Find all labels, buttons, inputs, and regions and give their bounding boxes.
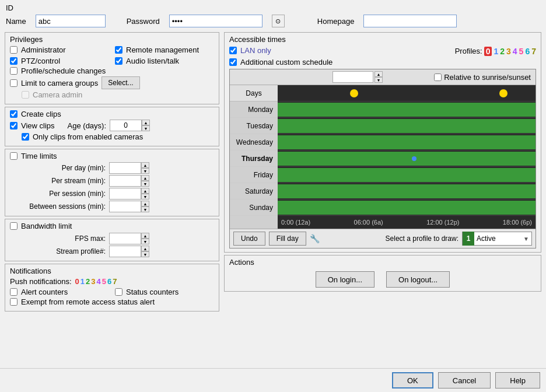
privileges-section: Privileges Administrator Remote manageme…	[5, 32, 219, 104]
exempt-alert-checkbox[interactable]	[10, 298, 18, 306]
fps-up[interactable]: ▲	[141, 233, 149, 239]
wednesday-row[interactable]	[278, 134, 536, 150]
push-num-6[interactable]: 6	[107, 277, 111, 286]
push-num-7[interactable]: 7	[113, 277, 117, 286]
profiles-row: Profiles: 0 1 2 3 4 5 6 7	[455, 47, 536, 56]
age-up-button[interactable]: ▲	[142, 120, 150, 125]
id-title: ID	[6, 4, 540, 12]
profile-7[interactable]: 7	[531, 47, 536, 56]
push-num-1[interactable]: 1	[80, 277, 85, 286]
profile-3[interactable]: 3	[506, 47, 511, 56]
name-input[interactable]	[36, 15, 106, 27]
per-session-up[interactable]: ▲	[141, 188, 149, 194]
remote-mgmt-checkbox[interactable]	[115, 46, 123, 54]
fps-dn[interactable]: ▼	[141, 239, 149, 244]
push-num-3[interactable]: 3	[91, 277, 95, 286]
custom-schedule-label: Additional custom schedule	[240, 58, 332, 66]
monday-row[interactable]	[278, 102, 536, 118]
ok-button[interactable]: OK	[392, 372, 433, 388]
show-password-button[interactable]: ⊙	[272, 15, 285, 27]
sun-icon-1	[350, 89, 358, 97]
profile-0[interactable]: 0	[484, 47, 492, 56]
per-day-dn[interactable]: ▼	[141, 168, 149, 174]
per-session-input[interactable]: 60	[109, 188, 141, 200]
push-num-0[interactable]: 0	[75, 277, 79, 286]
thursday-row[interactable]	[278, 150, 536, 167]
accessible-times-section: Accessible times LAN only Profiles: 0 1 …	[224, 32, 541, 253]
create-clips-checkbox[interactable]	[10, 110, 18, 118]
on-login-button[interactable]: On login...	[316, 271, 374, 288]
friday-row[interactable]	[278, 167, 536, 183]
profile-6[interactable]: 6	[525, 47, 530, 56]
fill-day-button[interactable]: Fill day	[269, 232, 306, 246]
admin-checkbox[interactable]	[10, 46, 18, 54]
camera-admin-checkbox[interactable]	[22, 91, 29, 99]
profile-4[interactable]: 4	[513, 47, 517, 56]
profile-1[interactable]: 1	[494, 47, 498, 56]
main-window: ID Name Password ⊙ Homepage Privileges A…	[0, 0, 546, 392]
undo-button[interactable]: Undo	[233, 232, 265, 246]
accessible-times-title: Accessible times	[229, 35, 536, 44]
sunday-row[interactable]	[278, 200, 536, 216]
audio-checkbox[interactable]	[115, 57, 123, 65]
between-sessions-dn[interactable]: ▼	[141, 206, 149, 212]
alert-counters-checkbox[interactable]	[10, 288, 18, 296]
per-day-up[interactable]: ▲	[141, 162, 149, 168]
lan-only-checkbox[interactable]	[229, 47, 237, 54]
sunrise-label: Relative to sunrise/sunset	[444, 73, 531, 82]
wrench-icon[interactable]: 🔧	[310, 234, 320, 243]
view-clips-checkbox[interactable]	[10, 122, 18, 130]
profiles-label: Profiles:	[455, 47, 482, 55]
password-input[interactable]	[169, 15, 262, 27]
timeline-area[interactable]: 0:00 (12a) 06:00 (6a) 12:00 (12p) 18:00 …	[278, 85, 536, 229]
days-button[interactable]: Days	[230, 85, 278, 102]
on-logout-button[interactable]: On logout...	[386, 271, 450, 288]
help-button[interactable]: Help	[495, 372, 540, 388]
per-stream-dn[interactable]: ▼	[141, 181, 149, 187]
cancel-button[interactable]: Cancel	[438, 372, 491, 388]
time-input[interactable]: 2:02 PM	[332, 71, 373, 83]
push-num-2[interactable]: 2	[86, 277, 90, 286]
limit-camera-groups-checkbox[interactable]	[10, 79, 18, 87]
profile-2[interactable]: 2	[500, 47, 505, 56]
age-input[interactable]: 0	[110, 120, 142, 131]
per-day-input[interactable]: 120	[109, 162, 141, 174]
fps-input[interactable]: 10	[109, 233, 141, 244]
saturday-row[interactable]	[278, 183, 536, 200]
age-down-button[interactable]: ▼	[142, 125, 150, 131]
select-button[interactable]: Select...	[102, 76, 139, 89]
between-sessions-up[interactable]: ▲	[141, 201, 149, 206]
stream-profile-input[interactable]: 0	[109, 246, 141, 257]
bandwidth-label: Bandwidth limit	[21, 222, 72, 230]
time-limits-checkbox[interactable]	[10, 152, 18, 160]
profile-schedule-checkbox[interactable]	[10, 67, 18, 75]
custom-schedule-checkbox[interactable]	[229, 58, 237, 66]
profile-5[interactable]: 5	[519, 47, 524, 56]
monday-bar	[278, 103, 536, 117]
tuesday-row[interactable]	[278, 118, 536, 134]
time-dn[interactable]: ▼	[374, 77, 383, 83]
stream-profile-up[interactable]: ▲	[141, 246, 149, 251]
push-num-4[interactable]: 4	[96, 277, 100, 286]
homepage-input[interactable]	[363, 15, 457, 27]
only-enabled-checkbox[interactable]	[22, 133, 29, 141]
push-notifications-label: Push notifications:	[10, 277, 72, 286]
sunrise-checkbox[interactable]	[434, 74, 442, 81]
push-num-5[interactable]: 5	[102, 277, 106, 286]
between-sessions-input[interactable]: 1	[109, 201, 141, 212]
stream-profile-dn[interactable]: ▼	[141, 251, 149, 257]
between-sessions-label: Between sessions (min):	[10, 202, 109, 211]
dropdown-arrow-icon: ▼	[521, 236, 531, 242]
profile-dropdown[interactable]: 1 Active ▼	[462, 232, 532, 246]
camera-admin-label: Camera admin	[33, 90, 82, 99]
bandwidth-checkbox[interactable]	[10, 222, 18, 230]
per-session-dn[interactable]: ▼	[141, 194, 149, 200]
time-up[interactable]: ▲	[374, 71, 383, 77]
profile-select-area: Select a profile to draw: 1 Active ▼	[386, 232, 532, 246]
ptz-checkbox[interactable]	[10, 57, 18, 65]
per-session-spinner: 60 ▲ ▼	[109, 188, 149, 200]
status-counters-checkbox[interactable]	[115, 288, 123, 296]
per-stream-up[interactable]: ▲	[141, 175, 149, 181]
per-stream-input[interactable]: 60	[109, 175, 141, 187]
bandwidth-section: Bandwidth limit FPS max: 10 ▲ ▼	[5, 219, 219, 261]
